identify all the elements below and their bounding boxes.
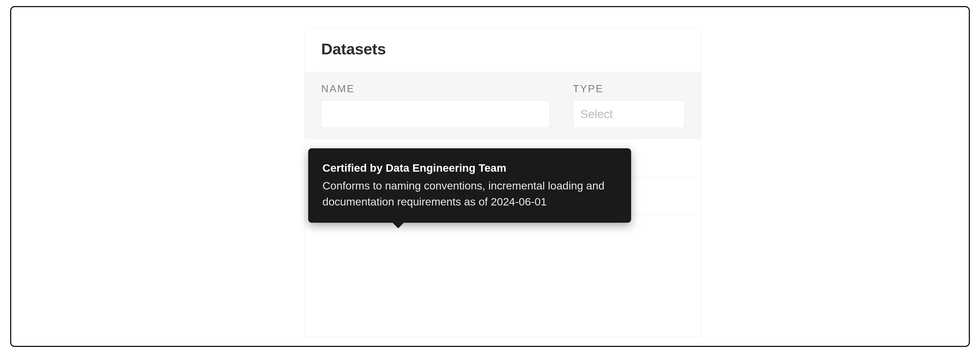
filter-name-col: NAME	[321, 83, 550, 128]
filter-type-placeholder: Select	[580, 107, 613, 121]
filter-type-label: TYPE	[573, 83, 685, 95]
filter-name-input[interactable]	[321, 100, 550, 128]
filter-type-select[interactable]: Select	[573, 100, 685, 128]
tooltip-body: Conforms to naming conventions, incremen…	[323, 178, 617, 210]
tooltip-title: Certified by Data Engineering Team	[323, 160, 617, 176]
content-frame: Datasets NAME TYPE Select Name	[10, 6, 970, 347]
filter-bar: NAME TYPE Select	[305, 72, 701, 139]
tooltip-arrow-icon	[392, 222, 404, 228]
certification-tooltip: Certified by Data Engineering Team Confo…	[308, 148, 631, 223]
filter-type-col: TYPE Select	[573, 83, 685, 128]
page-title: Datasets	[305, 28, 701, 72]
filter-name-label: NAME	[321, 83, 550, 95]
